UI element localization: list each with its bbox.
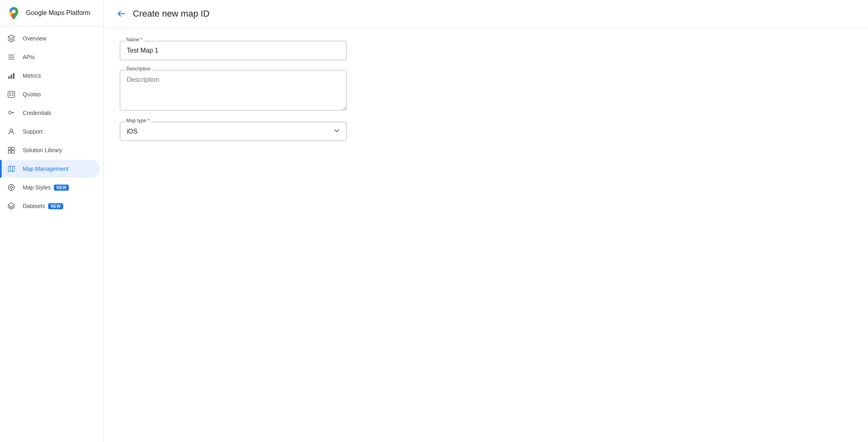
map-styles-icon (6, 183, 16, 192)
sidebar-item-apis-label: APIs (23, 54, 35, 60)
page-title: Create new map ID (133, 8, 210, 19)
svg-rect-9 (9, 95, 11, 96)
svg-rect-1 (9, 55, 15, 55)
sidebar-item-map-management[interactable]: Map Management (0, 160, 100, 178)
svg-point-13 (10, 129, 13, 132)
name-label: Name * (125, 37, 144, 42)
sidebar-nav: Overview APIs Metrics (0, 26, 103, 442)
name-input[interactable] (120, 41, 347, 60)
description-input[interactable] (120, 70, 347, 110)
svg-point-0 (12, 10, 16, 13)
svg-rect-3 (9, 59, 15, 60)
svg-rect-10 (12, 93, 13, 94)
solution-library-icon (6, 145, 16, 155)
map-type-select-wrapper: JavaScript Android iOS (120, 122, 347, 141)
sidebar-item-datasets-label: Datasets (23, 203, 45, 209)
svg-rect-11 (12, 95, 13, 96)
sidebar-item-datasets[interactable]: Datasets NEW (0, 197, 100, 215)
sidebar-item-solution-library[interactable]: Solution Library (0, 141, 100, 159)
svg-rect-8 (9, 93, 11, 94)
datasets-icon (6, 201, 16, 211)
map-type-label: Map type * (125, 118, 151, 123)
map-type-field-wrapper: Map type * JavaScript Android iOS (120, 122, 411, 141)
description-field-wrapper: Description (120, 70, 411, 112)
sidebar-item-credentials-label: Credentials (23, 110, 51, 116)
map-type-select[interactable]: JavaScript Android iOS (120, 122, 347, 141)
main-content: Create new map ID Name * Description Map… (104, 0, 868, 442)
sidebar-item-map-styles[interactable]: Map Styles NEW (0, 178, 100, 196)
sidebar-item-credentials[interactable]: Credentials (0, 104, 100, 122)
name-field-wrapper: Name * (120, 41, 411, 60)
sidebar-item-apis[interactable]: APIs (0, 48, 100, 66)
svg-marker-22 (8, 203, 15, 207)
sidebar: Google Maps Platform Overview APIs (0, 0, 104, 442)
datasets-badge: NEW (48, 203, 63, 209)
google-maps-logo (6, 6, 21, 20)
main-header: Create new map ID (104, 0, 868, 28)
svg-rect-5 (11, 75, 12, 79)
svg-point-12 (9, 111, 11, 114)
sidebar-item-overview[interactable]: Overview (0, 30, 100, 47)
svg-rect-2 (9, 57, 15, 57)
sidebar-title: Google Maps Platform (26, 9, 90, 17)
svg-rect-14 (9, 147, 11, 150)
sidebar-item-metrics[interactable]: Metrics (0, 67, 100, 85)
svg-rect-15 (12, 147, 15, 150)
credentials-icon (6, 108, 16, 118)
map-styles-badge: NEW (54, 185, 69, 191)
sidebar-item-metrics-label: Metrics (23, 72, 41, 79)
map-management-icon (6, 164, 16, 174)
sidebar-item-quotas-label: Quotas (23, 91, 41, 98)
svg-rect-7 (8, 91, 15, 98)
overview-icon (6, 34, 16, 43)
apis-icon (6, 52, 16, 62)
svg-rect-4 (9, 76, 10, 79)
form-area: Name * Description Map type * JavaScript… (104, 28, 428, 164)
sidebar-item-support[interactable]: Support (0, 123, 100, 140)
sidebar-item-map-styles-label: Map Styles (23, 184, 51, 191)
back-button[interactable] (113, 6, 130, 22)
sidebar-item-support-label: Support (23, 128, 43, 135)
sidebar-item-overview-label: Overview (23, 35, 46, 42)
support-icon (6, 127, 16, 136)
description-label: Description (125, 66, 152, 72)
sidebar-item-solution-library-label: Solution Library (23, 147, 62, 153)
svg-point-21 (11, 187, 13, 189)
back-arrow-icon (117, 9, 126, 19)
sidebar-item-quotas[interactable]: Quotas (0, 85, 100, 103)
sidebar-item-map-management-label: Map Management (23, 166, 68, 172)
svg-rect-6 (13, 73, 14, 79)
svg-rect-17 (12, 151, 15, 153)
metrics-icon (6, 71, 16, 81)
svg-rect-16 (9, 151, 11, 153)
quotas-icon (6, 89, 16, 99)
sidebar-header: Google Maps Platform (0, 0, 103, 26)
